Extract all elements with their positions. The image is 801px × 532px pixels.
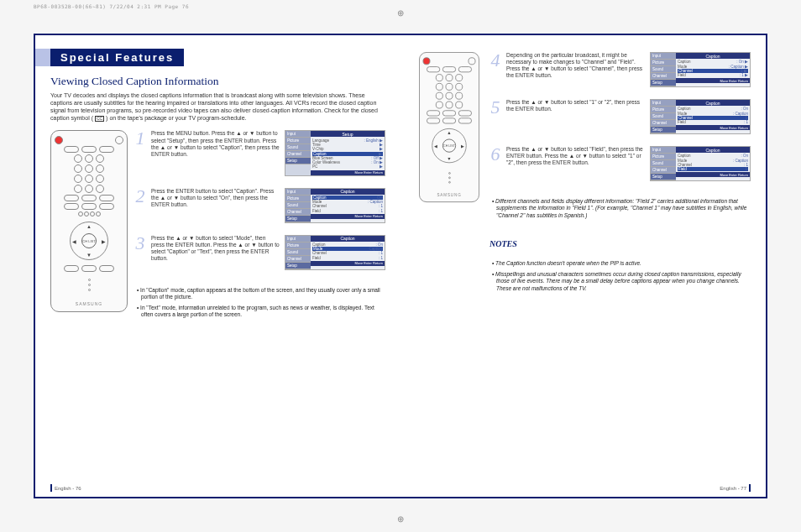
remote-control-illustration: ▲ ▼ ◀ ▶ CH LIST SAMSUNG (419, 52, 479, 202)
step-row: 3 Press the ▲ or ▼ button to select "Mod… (134, 235, 385, 274)
step-row: 5 Press the ▲ or ▼ button to select "1" … (490, 99, 751, 138)
remote-button (99, 195, 114, 201)
remote-button (442, 110, 456, 116)
right-arrow-icon: ▶ (461, 143, 465, 148)
remote-button (81, 203, 97, 210)
osd-tab: Sound (285, 202, 311, 209)
remote-button (85, 175, 93, 183)
osd-tab: Picture (651, 107, 676, 113)
osd-thumb: InputPictureSoundChannelSetupCaptionCapt… (285, 235, 385, 274)
osd-tab: Picture (285, 243, 311, 249)
left-columns: ▲ ▼ ◀ ▶ CH LIST SAMSUNG 1 Press the MENU… (50, 130, 385, 321)
osd-row: Field: 1 (312, 208, 383, 212)
remote-button (81, 195, 97, 201)
dpad-center-button: CH LIST (81, 233, 97, 248)
osd-tab: Channel (651, 120, 676, 127)
remote-button (96, 185, 104, 193)
right-columns: ▲ ▼ ◀ ▶ CH LIST SAMSUNG 4 Depending on t… (416, 52, 751, 295)
step-number: 5 (490, 99, 501, 116)
remote-button (99, 265, 114, 272)
intro-paragraph: Your TV decodes and displays the closed … (50, 91, 385, 122)
remote-button (436, 83, 443, 91)
print-header: BP68-00352B-00(66~81) 7/22/04 2:31 PM Pa… (34, 3, 189, 9)
osd-tab: Picture (651, 60, 676, 66)
osd-tab: Setup (285, 263, 311, 269)
remote-button (455, 74, 463, 81)
power-button-icon (55, 136, 63, 144)
intro-tail: ) on the tape's package or your TV progr… (106, 115, 246, 121)
osd-title: Caption (676, 53, 750, 59)
remote-brand-label: SAMSUNG (437, 192, 461, 196)
osd-tab: Sound (285, 144, 311, 151)
osd-tab: Channel (651, 167, 676, 174)
osd-tab: Channel (651, 73, 676, 80)
osd-tab: Setup (651, 127, 676, 133)
remote-button (85, 164, 93, 173)
remote-button (96, 175, 104, 183)
remote-keypad (436, 74, 463, 108)
remote-button (442, 117, 456, 123)
osd-thumb: InputPictureSoundChannelSetupSetupLangua… (285, 130, 385, 179)
osd-tab: Sound (651, 160, 676, 167)
osd-row: Field1 (678, 167, 748, 171)
remote-dpad: ▲ ▼ ◀ ▶ CH LIST (432, 128, 466, 163)
remote-column: ▲ ▼ ◀ ▶ CH LIST SAMSUNG (50, 130, 128, 321)
osd-tab: Setup (651, 80, 676, 86)
osd-tab: Input (651, 100, 676, 107)
osd-tab: Setup (285, 216, 311, 222)
page-subtitle: Viewing Closed Caption Information (50, 75, 385, 88)
down-arrow-icon: ▼ (447, 156, 451, 160)
osd-tab: Picture (285, 196, 311, 202)
osd-tab: Setup (651, 174, 676, 180)
remote-button (96, 154, 104, 163)
remote-button (455, 92, 463, 100)
remote-button (81, 146, 97, 153)
remote-button (436, 74, 443, 81)
page-footer-right: English - 77 (720, 484, 751, 492)
step-text: Press the MENU button. Press the ▲ or ▼ … (151, 130, 280, 158)
right-italic-note-list: Different channels and fields display di… (490, 198, 751, 222)
osd-title: Caption (676, 100, 750, 106)
osd-thumb: InputPictureSoundChannelSetupCaptionCapt… (285, 188, 385, 227)
osd-tab: Picture (285, 138, 311, 144)
up-arrow-icon: ▲ (447, 131, 451, 135)
page-footer-left: English - 76 (50, 484, 81, 492)
power-button-icon (423, 57, 431, 65)
step-number: 6 (490, 146, 501, 163)
step-row: 1 Press the MENU button. Press the ▲ or … (134, 130, 385, 179)
remote-button (74, 164, 82, 173)
osd-row: Field: 1 (678, 120, 748, 124)
remote-button (427, 117, 440, 123)
remote-control-illustration: ▲ ▼ ◀ ▶ CH LIST SAMSUNG (50, 130, 128, 312)
osd-tab: Input (651, 53, 676, 60)
osd-tab: Sound (285, 249, 311, 256)
osd-tab: Channel (285, 151, 311, 158)
crop-mark-bottom: ⊕ (397, 514, 404, 524)
footer-tick-icon (50, 484, 52, 492)
remote-button (446, 102, 453, 109)
remote-button (64, 203, 79, 210)
step-text: Press the ▲ or ▼ button to select "1" or… (506, 99, 645, 112)
remote-button (74, 154, 82, 163)
remote-dpad: ▲ ▼ ◀ ▶ CH LIST (70, 222, 108, 260)
remote-keypad (74, 154, 104, 193)
osd-footer: Move Enter Return (676, 125, 750, 130)
remote-button (446, 74, 453, 81)
remote-button (446, 83, 453, 91)
section-header: Special Features (35, 49, 184, 66)
remote-button (84, 211, 89, 216)
step-text: Depending on the particular broadcast, i… (506, 52, 645, 80)
remote-button (81, 265, 97, 272)
step-row: 6 Press the ▲ or ▼ button to select "Fie… (490, 146, 751, 185)
page-left: Special Features Viewing Closed Caption … (35, 35, 400, 497)
osd-tab: Channel (285, 256, 311, 263)
remote-button (96, 211, 101, 216)
osd-footer: Move Enter Return (311, 261, 385, 266)
remote-button (64, 265, 79, 272)
remote-button (427, 110, 440, 116)
page-right: ▲ ▼ ◀ ▶ CH LIST SAMSUNG 4 Depending on t… (400, 35, 766, 497)
osd-row: PC ▶ (312, 164, 383, 169)
left-notes-list: In "Caption" mode, caption appears at th… (134, 287, 385, 322)
right-notes-list: The Caption function doesn't operate whe… (490, 260, 751, 295)
step-number: 1 (134, 130, 146, 147)
